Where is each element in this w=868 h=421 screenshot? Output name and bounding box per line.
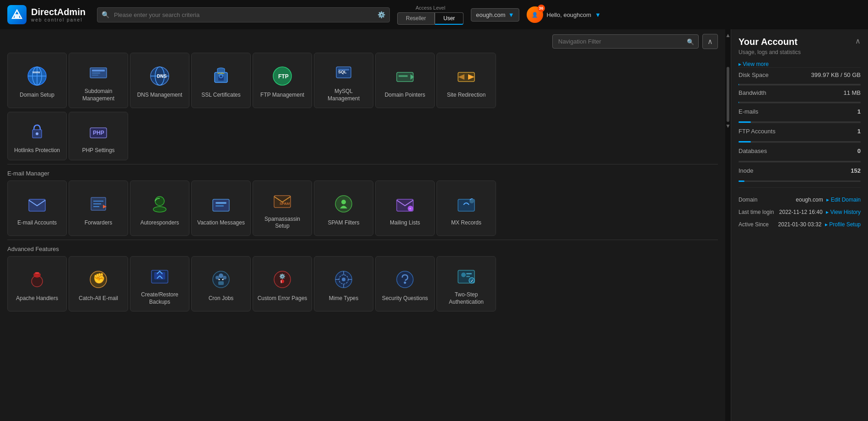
card-create-restore-backups[interactable]: Create/Restore Backups (130, 256, 189, 312)
card-hotlinks-protection[interactable]: Hotlinks Protection (7, 112, 67, 160)
card-mime-types[interactable]: Mime Types (314, 256, 373, 312)
domain-setup-label: Domain Setup (20, 92, 54, 99)
apache-handlers-icon (25, 268, 49, 291)
last-login-val: 2022-11-12 16:40 (779, 209, 823, 215)
svg-point-66 (219, 279, 220, 280)
card-spamassassin-setup[interactable]: SPAM Spamassassin Setup (253, 180, 312, 236)
ftp-accounts-label: FTP Accounts (739, 128, 776, 135)
card-spam-filters[interactable]: SPAM Filters (314, 180, 373, 236)
card-email-accounts[interactable]: E-mail Accounts (7, 180, 67, 236)
active-since-val: 2021-01-30 03:32 (778, 221, 822, 228)
header: DirectAdmin web control panel 🔍 ⚙️ Acces… (0, 0, 868, 29)
card-mx-records[interactable]: MX Records (437, 180, 496, 236)
svg-text:⚙️: ⚙️ (279, 273, 286, 279)
card-forwarders[interactable]: Forwarders (69, 180, 128, 236)
card-php-settings[interactable]: PHP PHP Settings (69, 112, 128, 160)
svg-point-82 (461, 273, 466, 277)
bandwidth-row: Bandwidth 11 MB (739, 85, 861, 100)
card-ftp-management[interactable]: FTP FTP Management (253, 53, 312, 108)
mysql-management-icon: SQL (332, 60, 356, 84)
disk-space-label: Disk Space (739, 71, 769, 78)
domain-row: Domain eough.com ▸ Edit Domain (739, 193, 861, 206)
sidebar-title: Your Account (739, 37, 798, 47)
forwarders-icon (86, 192, 110, 216)
card-domain-setup[interactable]: www Domain Setup (7, 53, 67, 108)
bandwidth-value: 11 MB (843, 89, 861, 96)
search-icon: 🔍 (102, 11, 109, 18)
card-vacation-messages[interactable]: Vacation Messages (191, 180, 251, 236)
ftp-management-label: FTP Management (260, 92, 304, 99)
svg-rect-1 (15, 14, 19, 18)
collapse-button[interactable]: ∧ (702, 34, 718, 49)
email-accounts-label: E-mail Accounts (17, 219, 57, 227)
content-area: 🔍 ∧ www Domain Setup (0, 29, 725, 421)
main-layout: 🔍 ∧ www Domain Setup (0, 29, 868, 421)
domain-selector[interactable]: eough.com ▼ (471, 8, 519, 22)
forwarders-label: Forwarders (85, 219, 113, 227)
edit-domain-link[interactable]: ▸ Edit Domain (826, 197, 861, 203)
domain-grid-row2: Hotlinks Protection PHP PHP Settings (7, 112, 718, 160)
custom-error-pages-icon: ⚙️ ! (270, 268, 294, 291)
email-accounts-icon (25, 192, 49, 216)
brand-sub: web control panel (31, 17, 86, 23)
access-btn-user[interactable]: User (435, 12, 464, 25)
card-two-step-auth[interactable]: ✓ Two-Step Authentication (437, 256, 496, 312)
create-restore-backups-label: Create/Restore Backups (134, 291, 185, 306)
logo-icon (7, 5, 27, 24)
domain-pointers-icon (393, 64, 417, 88)
notification-badge: 36 (538, 5, 545, 12)
card-custom-error-pages[interactable]: ⚙️ ! Custom Error Pages (253, 256, 312, 312)
card-mailing-lists[interactable]: + Mailing Lists (375, 180, 435, 236)
hotlinks-protection-label: Hotlinks Protection (14, 147, 60, 154)
active-since-key: Active Since (739, 221, 775, 228)
php-settings-label: PHP Settings (82, 147, 114, 154)
card-ssl-certificates[interactable]: SSL SSL Certificates (191, 53, 251, 108)
svg-point-41 (153, 207, 166, 212)
scroll-handle[interactable] (727, 67, 729, 122)
create-restore-backups-icon (148, 264, 172, 288)
card-autoresponders[interactable]: Autoresponders (130, 180, 189, 236)
view-more-link[interactable]: ▸ View more (739, 61, 861, 67)
databases-stat: Databases 0 (739, 142, 861, 159)
svg-rect-10 (92, 75, 98, 76)
sidebar-collapse-button[interactable]: ∧ (855, 37, 861, 45)
user-info[interactable]: 👤 36 Hello, eoughcom ▼ (527, 6, 601, 23)
site-redirection-label: Site Redirection (447, 92, 486, 99)
card-domain-pointers[interactable]: Domain Pointers (375, 53, 435, 108)
search-settings-icon[interactable]: ⚙️ (377, 11, 385, 18)
ftp-accounts-stat: FTP Accounts 1 (739, 123, 861, 139)
nav-filter-input[interactable] (552, 34, 699, 49)
last-login-key: Last time login (739, 209, 775, 215)
card-site-redirection[interactable]: Site Redirection (437, 53, 496, 108)
sidebar-subtitle: Usage, logs and statistics (739, 49, 861, 55)
access-btn-reseller[interactable]: Reseller (397, 12, 435, 25)
card-mysql-management[interactable]: SQL MySQL Management (314, 53, 373, 108)
autoresponders-icon (148, 192, 172, 216)
domain-pointers-label: Domain Pointers (385, 92, 426, 99)
access-btn-group: Reseller User (397, 12, 464, 25)
advanced-grid: Apache Handlers ✊ Catch-All E-mail (7, 256, 718, 312)
domain-setup-icon: www (25, 64, 49, 88)
card-dns-management[interactable]: DNS DNS Management (130, 53, 189, 108)
cron-jobs-icon (209, 268, 233, 291)
profile-setup-link[interactable]: ▸ Profile Setup (825, 221, 861, 228)
emails-stat: E-mails 1 (739, 103, 861, 120)
autoresponders-label: Autoresponders (140, 219, 179, 227)
vacation-messages-icon (209, 192, 233, 216)
email-grid: E-mail Accounts Forwarders (7, 180, 718, 236)
subdomain-management-icon (86, 60, 110, 84)
card-cron-jobs[interactable]: Cron Jobs (191, 256, 251, 312)
svg-point-48 (341, 200, 346, 204)
card-subdomain-management[interactable]: Subdomain Management (69, 53, 128, 108)
last-login-row: Last time login 2022-11-12 16:40 ▸ View … (739, 206, 861, 218)
view-history-link[interactable]: ▸ View History (826, 209, 861, 215)
card-apache-handlers[interactable]: Apache Handlers (7, 256, 67, 312)
disk-space-row: Disk Space 399.97 KB / 50 GB (739, 67, 861, 82)
mx-records-icon (454, 192, 478, 216)
search-bar: 🔍 ⚙️ (97, 7, 390, 22)
advanced-section-title: Advanced Features (7, 246, 718, 252)
inode-stat: Inode 152 (739, 162, 861, 179)
card-security-questions[interactable]: Security Questions (375, 256, 435, 312)
search-input[interactable] (97, 7, 390, 22)
card-catch-all-email[interactable]: ✊ Catch-All E-mail (69, 256, 128, 312)
